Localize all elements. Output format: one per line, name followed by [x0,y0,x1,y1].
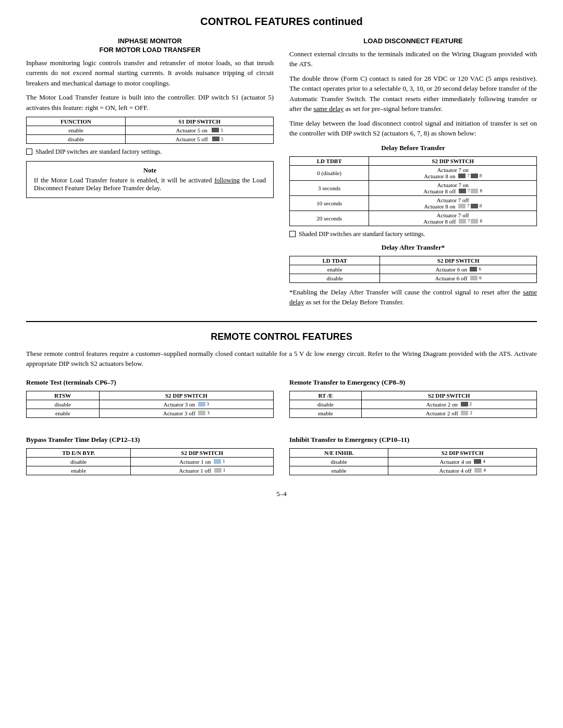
dip-visual-1on: 1 [214,459,225,464]
shaded-note-left: Shaded DIP switches are standard factory… [26,148,274,156]
dip-visual-4on: 4 [474,459,485,464]
note-box: Note If the Motor Load Transfer feature … [26,161,274,198]
inhibit-transfer-section: Inhibit Transfer to Emergency (CP10–11) … [289,430,537,479]
remote-control-title: REMOTE CONTROL FEATURES [26,331,537,342]
table-row: 10 seconds Actuator 7 offActuator 8 on 7… [290,195,537,211]
table-row: enable Actuator 5 on 5 [27,126,274,135]
table-row: enable Actuator 4 off 4 [290,466,537,475]
rt-header-s2: S2 DIP SWITCH [99,391,273,400]
ld-para1: Connect external circuits to the termina… [289,49,537,69]
main-title: CONTROL FEATURES continued [26,16,537,28]
remote-transfer-table: RT /E S2 DIP SWITCH disable Actuator 2 o… [289,391,537,418]
dip-block [471,174,478,178]
dip-visual-78on: 7 8 [458,173,482,178]
remote-test-section: Remote Test (terminals CP6–7) RTSW S2 DI… [26,373,274,422]
dip-block [212,128,219,132]
dip-block [470,267,477,272]
table-row: enable Actuator 2 off 2 [290,409,537,417]
inhibit-transfer-title: Inhibit Transfer to Emergency (CP10–11) [289,436,537,444]
remote-test-title: Remote Test (terminals CP6–7) [26,378,274,387]
ld-para3: Time delay between the load disconnect c… [289,118,537,139]
s1-header-function: FUNCTION [27,117,126,126]
bypass-transfer-title: Bypass Transfer Time Delay (CP12–13) [26,436,274,444]
remote-intro: These remote control features require a … [26,349,537,369]
dip-visual-7on-8off: 7 8 [459,188,482,193]
table-row: 3 seconds Actuator 7 onActuator 8 off 7 … [290,180,537,195]
dip-block [198,411,205,415]
dip-block [471,219,478,224]
s1-header-switch: S1 DIP SWITCH [126,117,274,126]
inphase-para2: The Motor Load Transfer feature is built… [26,92,274,113]
page-number: 5–4 [26,490,537,498]
table-row: disable Actuator 1 on 1 [27,457,274,466]
dip-block [459,189,466,193]
dip-visual-4off: 4 [474,467,486,473]
dip-block [198,402,205,406]
inphase-title: INPHASE MONITOR FOR MOTOR LOAD TRANSFER [26,37,274,55]
dip-visual-5on: 5 [212,128,223,133]
delay-after-title: Delay After Transfer* [289,243,537,252]
bt-header-s2: S2 DIP SWITCH [131,448,274,457]
dip-block [461,402,468,406]
bypass-transfer-section: Bypass Transfer Time Delay (CP12–13) TD … [26,430,274,479]
dip-visual-78off: 7 8 [459,218,482,224]
delay-after-table: LD TDAT S2 DIP SWITCH enable Actuator 6 … [289,256,537,283]
db-header-s2switch: S2 DIP SWITCH [369,156,537,165]
shaded-note-right: Shaded DIP switches are standard factory… [289,230,537,238]
da-header-s2switch: S2 DIP SWITCH [380,256,537,265]
table-row: disable Actuator 5 off 5 [27,135,274,144]
dip-block [458,204,466,208]
dip-block [470,276,478,280]
table-row: enable Actuator 1 off 1 [27,466,274,475]
table-row: disable Actuator 2 on 2 [290,400,537,409]
dip-block [214,459,221,464]
bt-header-td: TD E/N BYP. [27,448,131,457]
checkbox-icon [289,231,296,237]
dip-block [474,459,481,464]
it-header-s2: S2 DIP SWITCH [388,448,537,457]
asterisk-note: *Enabling the Delay After Transfer will … [289,287,537,307]
dip-visual-5off: 5 [212,137,224,142]
it-header-ne: N/E INHIB. [290,448,388,457]
table-row: disable Actuator 3 on 3 [27,400,274,409]
table-row: 0 (disable) Actuator 7 onActuator 8 on 7… [290,165,537,180]
delay-before-table: LD TDBT S2 DIP SWITCH 0 (disable) Actuat… [289,156,537,226]
dip-block [471,204,478,208]
remote-transfer-title: Remote Transfer to Emergency (CP8–9) [289,378,537,387]
section-divider [26,321,537,322]
dip-block [458,174,466,178]
remote-subsections: Remote Test (terminals CP6–7) RTSW S2 DI… [26,373,537,479]
table-row: enable Actuator 3 off 3 [27,409,274,417]
inhibit-transfer-table: N/E INHIB. S2 DIP SWITCH disable Actuato… [289,448,537,475]
dip-visual-6off: 6 [470,275,482,280]
delay-before-title: Delay Before Transfer [289,144,537,152]
remote-test-table: RTSW S2 DIP SWITCH disable Actuator 3 on… [26,391,274,418]
table-row: disable Actuator 4 on 4 [290,457,537,466]
table-row: enable Actuator 6 on 6 [290,265,537,274]
table-row: 20 seconds Actuator 7 offActuator 8 off … [290,211,537,226]
rt-header-rtsw: RTSW [27,391,100,400]
load-disconnect-title: LOAD DISCONNECT FEATURE [289,37,537,46]
dip-block [214,468,222,473]
dip-block [461,411,468,415]
note-text: If the Motor Load Transfer feature is en… [34,177,266,192]
remote-transfer-section: Remote Transfer to Emergency (CP8–9) RT … [289,373,537,422]
dip-block [212,137,219,141]
dip-block [459,219,466,224]
dip-visual-2off: 2 [461,410,472,415]
rte-header-rte: RT /E [290,391,362,400]
dip-visual-7off-8on: 7 8 [458,203,482,208]
da-header-ldtdat: LD TDAT [290,256,380,265]
note-label: Note [34,167,266,175]
checkbox-icon [26,149,32,155]
db-header-ldtdbt: LD TDBT [290,156,369,165]
dip-visual-3off: 3 [198,410,210,415]
dip-visual-3on: 3 [198,401,210,406]
right-column: LOAD DISCONNECT FEATURE Connect external… [289,37,537,312]
ld-para2: The double throw (Form C) contact is rat… [289,73,537,114]
bypass-transfer-table: TD E/N BYP. S2 DIP SWITCH disable Actuat… [26,448,274,475]
rte-header-s2: S2 DIP SWITCH [361,391,536,400]
s1-dip-table: FUNCTION S1 DIP SWITCH enable Actuator 5… [26,117,274,144]
inphase-para1: Inphase monitoring logic controls transf… [26,58,274,89]
dip-visual-2on: 2 [461,401,472,406]
